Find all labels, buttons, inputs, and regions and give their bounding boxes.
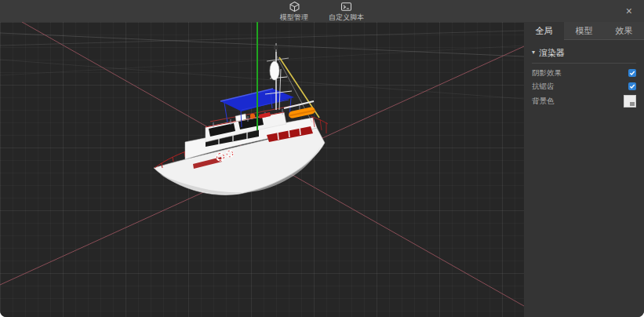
settings-sidebar: 全局 模型 效果 ▾ 渲染器 阴影效果 抗锯齿 [524,22,644,317]
model-manage-label: 模型管理 [280,13,308,21]
checkmark-icon [629,70,635,76]
checkmark-icon [629,83,635,89]
custom-script-label: 自定义脚本 [329,13,364,21]
background-color-swatch[interactable] [624,95,636,107]
shadow-effect-row: 阴影效果 [532,67,636,79]
background-color-row: 背景色 [532,93,636,109]
top-toolbar: 模型管理 自定义脚本 × [0,0,644,22]
close-button[interactable]: × [623,0,635,22]
terminal-icon [340,1,352,13]
antialias-checkbox[interactable] [628,82,636,90]
horizon-grid-lines [0,31,524,99]
background-color-label: 背景色 [532,97,555,107]
global-panel: ▾ 渲染器 阴影效果 抗锯齿 背景色 [524,40,644,110]
cube-icon [289,1,300,13]
tab-global[interactable]: 全局 [524,22,564,40]
swatch-corner-indicator [630,102,635,106]
renderer-section-title: 渲染器 [539,47,565,59]
shadow-effect-label: 阴影效果 [532,68,562,78]
deck-seat-orange [250,114,255,118]
custom-script-button[interactable]: 自定义脚本 [327,0,366,22]
model-manage-button[interactable]: 模型管理 [278,0,310,22]
radar-dome [270,61,279,80]
boat-model[interactable] [154,43,328,195]
renderer-section-header[interactable]: ▾ 渲染器 [532,45,636,60]
sidebar-tabbar: 全局 模型 效果 [524,22,644,40]
antialias-row: 抗锯齿 [532,80,636,93]
tab-effects[interactable]: 效果 [604,22,644,40]
3d-viewport[interactable] [0,22,524,317]
collapse-caret-icon: ▾ [532,49,535,56]
antialias-label: 抗锯齿 [532,82,555,92]
app-window: 模型管理 自定义脚本 × [0,0,644,317]
life-raft [288,107,315,119]
tab-model[interactable]: 模型 [564,22,604,40]
shadow-effect-checkbox[interactable] [628,69,636,77]
section-divider [532,63,636,64]
scene-canvas [0,22,524,317]
boom-spar [284,101,314,108]
toolbar-button-group: 模型管理 自定义脚本 [278,0,366,22]
